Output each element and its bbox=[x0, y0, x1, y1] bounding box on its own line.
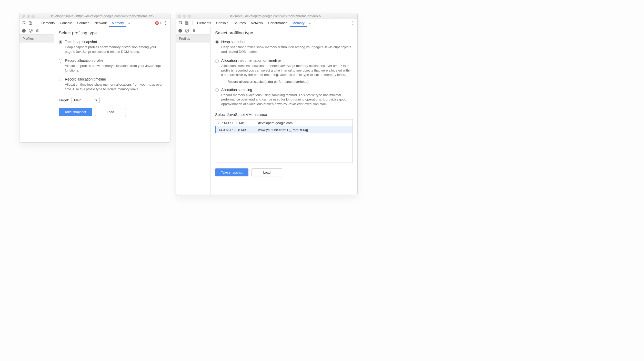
option-title: Record allocation timeline bbox=[65, 77, 166, 81]
traffic-lights bbox=[178, 15, 191, 18]
option-desc: Allocation timelines show memory allocat… bbox=[65, 82, 166, 91]
radio-icon[interactable] bbox=[59, 78, 62, 81]
vm-size: 8.7 MB / 13.3 MB bbox=[218, 121, 258, 125]
error-badge[interactable]: × 1 bbox=[155, 21, 162, 25]
inspect-icon[interactable] bbox=[178, 20, 184, 26]
clear-icon[interactable] bbox=[29, 29, 33, 33]
traffic-lights bbox=[22, 15, 35, 18]
tab-console[interactable]: Console bbox=[57, 19, 75, 27]
more-tabs-icon[interactable]: » bbox=[307, 21, 312, 25]
vm-instance-row[interactable]: 14.3 MB / 23.8 MBwww.youtube.com: G_P6rp… bbox=[215, 126, 353, 133]
suboption-label: Record allocation stacks (extra performa… bbox=[227, 80, 308, 84]
option-title: Record allocation profile bbox=[65, 58, 166, 63]
zoom-icon[interactable] bbox=[188, 15, 191, 18]
error-dot-icon: × bbox=[155, 21, 159, 25]
clear-icon[interactable] bbox=[185, 29, 189, 33]
more-tabs-icon[interactable]: » bbox=[126, 21, 132, 25]
close-icon[interactable] bbox=[178, 15, 181, 18]
tabs-bar: ElementsConsoleSourcesNetworkPerformance… bbox=[176, 19, 357, 27]
device-toggle-icon[interactable] bbox=[28, 20, 33, 26]
profiling-option[interactable]: Heap snapshotHeap snapshot profiles show… bbox=[215, 40, 353, 54]
vm-origin: developers.google.com bbox=[258, 121, 293, 125]
option-desc: Allocation profiles show memory allocati… bbox=[65, 64, 166, 73]
inspect-icon[interactable] bbox=[22, 20, 27, 26]
target-row: Target: Main bbox=[59, 97, 166, 103]
profiling-heading: Select profiling type bbox=[59, 31, 166, 36]
option-desc: Heap snapshot profiles show memory distr… bbox=[65, 45, 166, 54]
profiling-option[interactable]: Allocation instrumentation on timelineAl… bbox=[215, 58, 353, 77]
svg-rect-4 bbox=[185, 22, 187, 24]
error-count: 1 bbox=[160, 21, 162, 25]
sidebar: 🗑 Profiles bbox=[176, 27, 210, 195]
profiling-option[interactable]: Record allocation timelineAllocation tim… bbox=[59, 77, 166, 91]
checkbox-icon[interactable] bbox=[222, 80, 225, 83]
radio-icon[interactable] bbox=[215, 88, 219, 92]
zoom-icon[interactable] bbox=[32, 15, 35, 18]
kebab-menu-icon[interactable] bbox=[350, 21, 355, 25]
trash-icon[interactable]: 🗑 bbox=[36, 28, 39, 33]
trash-icon[interactable]: 🗑 bbox=[192, 28, 196, 33]
radio-icon[interactable] bbox=[59, 59, 62, 63]
window-title: DevTools - developers.google.com/web/too… bbox=[195, 14, 355, 18]
suboption-record-stacks[interactable]: Record allocation stacks (extra performa… bbox=[222, 80, 353, 84]
device-toggle-icon[interactable] bbox=[184, 20, 190, 26]
target-label: Target: bbox=[59, 98, 69, 102]
minimize-icon[interactable] bbox=[183, 15, 186, 18]
load-button[interactable]: Load bbox=[95, 108, 126, 116]
tab-elements[interactable]: Elements bbox=[38, 19, 57, 27]
main-panel: Select profiling type Heap snapshotHeap … bbox=[210, 27, 357, 195]
sidebar-section-profiles[interactable]: Profiles bbox=[176, 35, 210, 43]
tab-memory[interactable]: Memory bbox=[290, 19, 307, 27]
tab-elements[interactable]: Elements bbox=[195, 19, 214, 27]
sidebar-toolbar: 🗑 bbox=[19, 27, 54, 35]
sidebar-section-profiles[interactable]: Profiles bbox=[19, 35, 54, 43]
tabs-bar: ElementsConsoleSourcesNetworkMemory » × … bbox=[19, 19, 170, 27]
vm-instance-row[interactable]: 8.7 MB / 13.3 MBdevelopers.google.com bbox=[215, 119, 353, 126]
record-icon[interactable] bbox=[178, 29, 182, 33]
titlebar: Developer Tools - https://developers.goo… bbox=[19, 13, 170, 19]
option-title: Take heap snapshot bbox=[65, 40, 166, 44]
tab-performance[interactable]: Performance bbox=[266, 19, 290, 27]
titlebar: DevTools - developers.google.com/web/too… bbox=[176, 13, 357, 19]
take-snapshot-button[interactable]: Take snapshot bbox=[59, 108, 92, 116]
kebab-menu-icon[interactable] bbox=[163, 21, 168, 25]
tab-network[interactable]: Network bbox=[248, 19, 266, 27]
target-value: Main bbox=[74, 98, 81, 102]
tab-sources[interactable]: Sources bbox=[231, 19, 248, 27]
radio-icon[interactable] bbox=[215, 40, 219, 44]
tab-sources[interactable]: Sources bbox=[75, 19, 92, 27]
option-title: Heap snapshot bbox=[221, 40, 353, 44]
vm-heading: Select JavaScript VM instance bbox=[215, 112, 353, 117]
option-desc: Heap snapshot profiles show memory distr… bbox=[221, 45, 353, 54]
target-select[interactable]: Main bbox=[72, 97, 100, 103]
record-icon[interactable] bbox=[22, 29, 26, 33]
radio-icon[interactable] bbox=[215, 59, 219, 63]
minimize-icon[interactable] bbox=[27, 15, 30, 18]
close-icon[interactable] bbox=[22, 15, 25, 18]
option-title: Allocation sampling bbox=[221, 88, 353, 92]
option-desc: Allocation timelines show instrumented J… bbox=[221, 64, 353, 77]
tab-network[interactable]: Network bbox=[92, 19, 109, 27]
separator bbox=[36, 21, 36, 25]
take-snapshot-button[interactable]: Take snapshot bbox=[215, 168, 248, 176]
profiling-option[interactable]: Record allocation profileAllocation prof… bbox=[59, 58, 166, 73]
load-button[interactable]: Load bbox=[251, 168, 282, 176]
main-panel: Select profiling type Take heap snapshot… bbox=[54, 27, 170, 142]
devtools-window-2: DevTools - developers.google.com/web/too… bbox=[176, 13, 358, 195]
radio-icon[interactable] bbox=[59, 40, 62, 44]
window-title: Developer Tools - https://developers.goo… bbox=[38, 14, 168, 18]
vm-size: 14.3 MB / 23.8 MB bbox=[218, 128, 258, 132]
vm-instance-list: 8.7 MB / 13.3 MBdevelopers.google.com14.… bbox=[215, 119, 353, 163]
tab-console[interactable]: Console bbox=[214, 19, 231, 27]
profiling-heading: Select profiling type bbox=[215, 31, 353, 36]
svg-rect-1 bbox=[29, 22, 31, 24]
profiling-option[interactable]: Allocation samplingRecord memory allocat… bbox=[215, 88, 353, 106]
vm-origin: www.youtube.com: G_P6rpRSr4g bbox=[258, 128, 308, 132]
sidebar: 🗑 Profiles bbox=[19, 27, 54, 142]
sidebar-toolbar: 🗑 bbox=[176, 27, 210, 35]
devtools-window-1: Developer Tools - https://developers.goo… bbox=[19, 13, 170, 143]
tab-memory[interactable]: Memory bbox=[109, 19, 126, 27]
profiling-option[interactable]: Take heap snapshotHeap snapshot profiles… bbox=[59, 40, 166, 54]
option-desc: Record memory allocations using sampling… bbox=[221, 93, 353, 106]
option-title: Allocation instrumentation on timeline bbox=[221, 58, 353, 63]
